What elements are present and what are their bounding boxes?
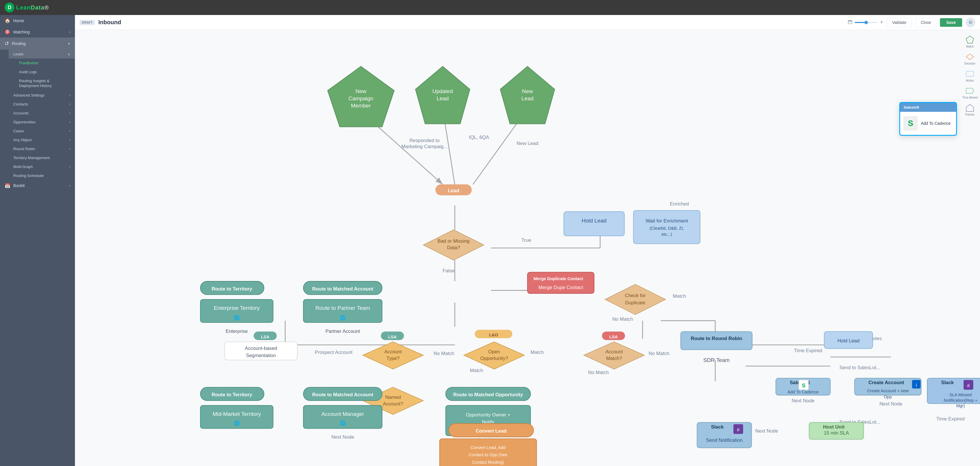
svg-text:Member: Member [351,103,371,109]
svg-text:LSA: LSA [609,335,618,339]
svg-text:Route to Matched Account: Route to Matched Account [312,392,374,398]
sidebar-item-multi-graph[interactable]: Multi-Graph › [9,162,75,171]
svg-text:Campaign: Campaign [348,95,373,102]
svg-text:Enriched: Enriched [670,201,689,207]
svg-text:🌐: 🌐 [340,315,346,321]
routing-scheduler-label: Routing Scheduler [13,173,44,178]
svg-text:Convert Lead: Convert Lead [476,428,506,434]
chevron-right-icon-anyobj: › [69,138,70,142]
sidebar-item-advanced-settings[interactable]: Advanced Settings › [9,91,75,100]
popup-card-body: S Add To Cadence [900,112,956,135]
sidebar-item-matching[interactable]: 🎯 Matching › [0,26,75,37]
panel-item-decision[interactable]: Decision [964,53,975,65]
svg-text:Enterprise: Enterprise [226,329,248,334]
sidebar-item-territory-management[interactable]: Territory Management [9,153,75,162]
sidebar-item-bookit[interactable]: 📅 BookIt › [0,180,75,191]
sidebar-item-leads[interactable]: Leads ∨ [9,49,75,59]
svg-text:Data?: Data? [447,245,460,250]
panel-item-partner[interactable]: Partner [965,104,975,116]
svg-text:Slack: Slack [941,380,954,385]
svg-text:No Match: No Match [588,370,609,375]
svg-text:No Match: No Match [434,351,454,356]
svg-text:Lead: Lead [448,188,459,193]
svg-text:Wait for Enrichment: Wait for Enrichment [646,218,688,224]
svg-text:Named: Named [385,394,401,400]
zoom-slider[interactable] [854,22,878,23]
logo-icon: D [5,3,14,13]
sidebar-item-flowbuilder[interactable]: FlowBuilder [14,59,75,67]
validate-button[interactable]: Validate [887,18,912,27]
panel-item-match[interactable]: Match [965,36,975,48]
chevron-right-icon: › [69,30,70,34]
contacts-label: Contacts [13,102,28,107]
svg-text:Add To Cadence: Add To Cadence [788,390,819,394]
svg-text:L&O: L&O [489,332,498,337]
sidebar-item-contacts[interactable]: Contacts › [9,100,75,109]
svg-text:Send to SalesLot...: Send to SalesLot... [839,365,880,370]
svg-text:Bad or Missing: Bad or Missing [438,239,469,244]
sidebar-item-bookit-label: BookIt [13,183,25,188]
sidebar-item-any-object[interactable]: Any Object › [9,135,75,145]
svg-text:Lead: Lead [522,95,533,102]
draft-badge: DRAFT [80,20,95,25]
svg-text:Prospect Account: Prospect Account [315,350,353,355]
flowbuilder-label: FlowBuilder [19,61,39,65]
panel-item-action[interactable]: Action [965,70,975,82]
svg-text:Updated: Updated [432,88,453,94]
svg-text:Account: Account [384,349,402,355]
svg-text:Match: Match [673,293,686,299]
svg-text:Account Manager: Account Manager [321,411,364,417]
popup-card[interactable]: Salesloft S Add To Cadence [899,102,957,136]
svg-rect-148 [697,423,751,448]
close-button[interactable]: Close [915,18,937,27]
round-robin-label: Round Robin [13,147,35,151]
accounts-label: Accounts [13,111,29,115]
sidebar-item-matching-label: Matching [13,30,30,34]
chevron-right-icon-adv: › [69,93,70,97]
svg-text:Hold Lead: Hold Lead [837,338,859,344]
sidebar-item-cases[interactable]: Cases › [9,127,75,135]
svg-text:Opportunity Owner +: Opportunity Owner + [466,412,511,418]
svg-text:Match?: Match? [606,356,622,361]
partner-icon-label: Partner [965,113,975,116]
svg-text:#: # [967,383,970,388]
chevron-down-icon: ∨ [68,41,70,46]
sidebar-item-leads-label: Leads [13,52,23,56]
svg-text:Partner Account: Partner Account [325,329,360,334]
bookit-icon: 📅 [5,183,10,188]
chevron-right-icon-bookit: › [69,184,70,188]
panel-item-time-based[interactable]: Time-Based [962,87,978,99]
sidebar-item-routing[interactable]: ↺ Routing ∨ [0,37,75,49]
sidebar-item-accounts[interactable]: Accounts › [9,109,75,118]
sidebar-item-round-robin[interactable]: Round Robin › [9,145,75,153]
save-button[interactable]: Save [940,18,962,27]
topbar: D LeanData® [0,0,980,15]
sidebar-item-home[interactable]: 🏠 Home [0,15,75,26]
settings-button[interactable]: ⚙ [966,17,975,27]
chevron-right-icon-contacts: › [69,102,70,106]
zoom-controls: 🗖 + [848,19,883,25]
sidebar-item-routing-insights[interactable]: Routing Insights & Deployment History [14,76,75,91]
sidebar-item-routing-scheduler[interactable]: Routing Scheduler [9,171,75,180]
svg-text:Merge Dupe Contact: Merge Dupe Contact [538,285,583,290]
zoom-out-icon[interactable]: 🗖 [848,20,852,25]
svg-text:Create Account + new: Create Account + new [867,388,908,393]
svg-text:Next Node: Next Node [880,401,902,407]
svg-text:15 min SLA: 15 min SLA [824,430,849,436]
svg-text:New Lead: New Lead [517,141,538,146]
svg-text:Notification(Rep +: Notification(Rep + [944,398,977,402]
svg-text:LSA: LSA [388,335,397,339]
svg-text:IQL, 6QA: IQL, 6QA [469,135,489,140]
zoom-in-icon[interactable]: + [880,19,883,25]
svg-rect-159 [966,71,974,76]
sidebar-item-opportunities[interactable]: Opportunities › [9,118,75,127]
sidebar-item-audit-logs[interactable]: Audit Logs [14,67,75,76]
svg-text:Route to Matched Account: Route to Matched Account [312,286,374,292]
svg-text:Contact to Opp (See: Contact to Opp (See [469,452,507,457]
svg-text:Merge Duplicate Contact: Merge Duplicate Contact [533,277,583,281]
svg-text:No Match: No Match [612,316,633,322]
chevron-right-icon-mg: › [69,165,70,169]
home-icon: 🏠 [5,18,10,23]
svg-text:Marketing Campaig...: Marketing Campaig... [401,144,448,149]
matching-icon: 🎯 [5,29,10,35]
